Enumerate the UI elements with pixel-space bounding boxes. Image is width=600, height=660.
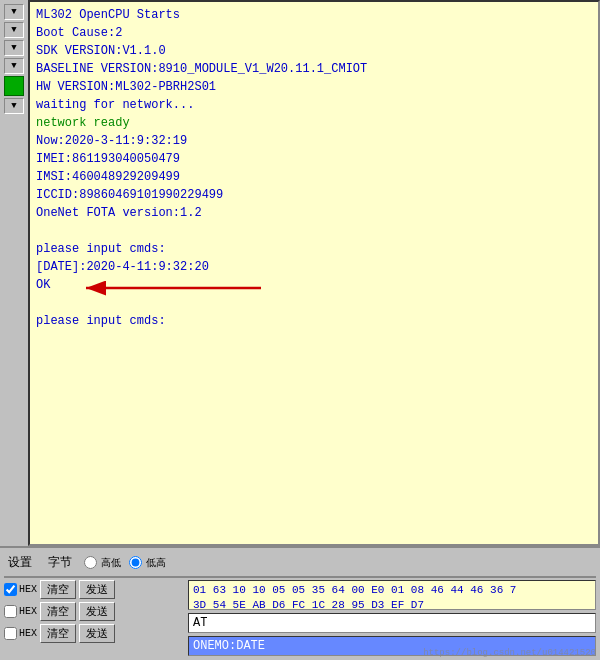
terminal-line-1: ML302 OpenCPU Starts (36, 6, 592, 24)
watermark: https://blog.csdn.net/u014421520 (423, 648, 596, 658)
input-row-3-controls: HEX 清空 发送 (4, 624, 184, 643)
hex-check-2[interactable]: HEX (4, 605, 37, 618)
terminal-line-2: Boot Cause:2 (36, 24, 592, 42)
send-btn-2[interactable]: 发送 (79, 602, 115, 621)
sidebar-btn-2[interactable]: ▼ (4, 22, 24, 38)
clear-btn-1[interactable]: 清空 (40, 580, 76, 599)
terminal-line-13 (36, 222, 592, 240)
hex-label-1: HEX (19, 584, 37, 595)
terminal-line-4: BASELINE VERSION:8910_MODULE_V1_W20.11.1… (36, 60, 592, 78)
main-container: ▼ ▼ ▼ ▼ ▼ ML302 OpenCPU Starts Boot Caus… (0, 0, 600, 660)
low-high-label: 低高 (146, 556, 166, 570)
byte-label: 字节 (44, 552, 76, 573)
left-sidebar: ▼ ▼ ▼ ▼ ▼ (0, 0, 28, 546)
hex-line-2: 3D 54 5E AB D6 FC 1C 28 95 D3 EF D7 (193, 598, 591, 610)
send-btn-3[interactable]: 发送 (79, 624, 115, 643)
input-area: HEX 清空 发送 HEX 清空 发送 (4, 580, 596, 656)
sidebar-btn-3[interactable]: ▼ (4, 40, 24, 56)
terminal-line-3: SDK VERSION:V1.1.0 (36, 42, 592, 60)
terminal-line-10: IMSI:460048929209499 (36, 168, 592, 186)
terminal-output[interactable]: ML302 OpenCPU Starts Boot Cause:2 SDK VE… (28, 0, 600, 546)
hex-label-3: HEX (19, 628, 37, 639)
terminal-line-8: Now:2020-3-11:9:32:19 (36, 132, 592, 150)
sidebar-green-indicator (4, 76, 24, 96)
terminal-line-12: OneNet FOTA version:1.2 (36, 204, 592, 222)
sidebar-btn-4[interactable]: ▼ (4, 58, 24, 74)
terminal-section: ▼ ▼ ▼ ▼ ▼ ML302 OpenCPU Starts Boot Caus… (0, 0, 600, 546)
settings-label: 设置 (4, 552, 36, 573)
terminal-line-14: please input cmds: (36, 240, 592, 258)
bottom-section: 设置 字节 高低 低高 HEX 清空 (0, 546, 600, 660)
at-input[interactable] (188, 613, 596, 633)
hex-line-1: 01 63 10 10 05 05 35 64 00 E0 01 08 46 4… (193, 583, 591, 598)
clear-btn-2[interactable]: 清空 (40, 602, 76, 621)
low-high-radio[interactable]: 低高 (129, 556, 166, 570)
high-low-radio[interactable]: 高低 (84, 556, 121, 570)
terminal-line-7: network ready (36, 114, 592, 132)
hex-label-2: HEX (19, 606, 37, 617)
hex-check-3[interactable]: HEX (4, 627, 37, 640)
high-low-label: 高低 (101, 556, 121, 570)
at-input-container (188, 613, 596, 633)
hex-check-1[interactable]: HEX (4, 583, 37, 596)
clear-btn-3[interactable]: 清空 (40, 624, 76, 643)
hex-display-1: 01 63 10 10 05 05 35 64 00 E0 01 08 46 4… (188, 580, 596, 610)
terminal-line-5: HW VERSION:ML302-PBRH2S01 (36, 78, 592, 96)
terminal-line-9: IMEI:861193040050479 (36, 150, 592, 168)
terminal-line-6: waiting for network... (36, 96, 592, 114)
terminal-line-11: ICCID:89860469101990229499 (36, 186, 592, 204)
input-row-1-controls: HEX 清空 发送 (4, 580, 184, 599)
divider (4, 576, 596, 578)
terminal-line-prompt: please input cmds: (36, 312, 592, 330)
input-left: HEX 清空 发送 HEX 清空 发送 (4, 580, 184, 656)
input-right: 01 63 10 10 05 05 35 64 00 E0 01 08 46 4… (188, 580, 596, 656)
input-row-2-controls: HEX 清空 发送 (4, 602, 184, 621)
sidebar-btn-5[interactable]: ▼ (4, 98, 24, 114)
arrow-annotation (46, 268, 266, 308)
sidebar-btn-1[interactable]: ▼ (4, 4, 24, 20)
send-btn-1[interactable]: 发送 (79, 580, 115, 599)
